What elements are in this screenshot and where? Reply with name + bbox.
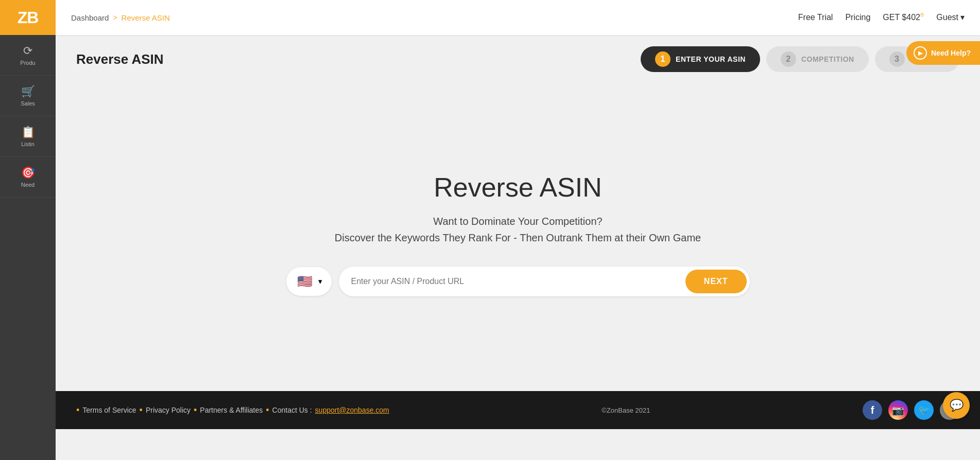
step-2-num: 2 — [781, 51, 796, 67]
sub-text: Want to Dominate Your Competition? Disco… — [335, 213, 701, 246]
next-button[interactable]: NEXT — [685, 270, 747, 293]
chevron-down-icon: ▾ — [318, 277, 322, 286]
play-icon: ▶ — [914, 46, 927, 60]
step-1[interactable]: 1 ENTER YOUR ASIN — [641, 46, 760, 72]
privacy-link[interactable]: Privacy Policy — [146, 406, 191, 414]
logo-text: ZB — [18, 8, 39, 27]
footer-dot-4: • — [266, 405, 269, 416]
main-heading: Reverse ASIN — [434, 172, 602, 203]
pricing-link[interactable]: Pricing — [845, 13, 870, 22]
main-content: Reverse ASIN 1 ENTER YOUR ASIN 2 COMPETI… — [56, 35, 980, 429]
need-help-label: Need Help? — [931, 49, 971, 57]
page-title-bar: Reverse ASIN 1 ENTER YOUR ASIN 2 COMPETI… — [56, 35, 980, 77]
get-sup: ® — [920, 12, 924, 18]
get-amount-link[interactable]: GET $402® — [883, 12, 924, 22]
footer: • Terms of Service • Privacy Policy • Pa… — [56, 391, 980, 429]
sidebar: ZB ⟳ Produ 🛒 Sales 📋 Listin 🎯 Need — [0, 0, 56, 460]
partners-link[interactable]: Partners & Affiliates — [200, 406, 263, 414]
breadcrumb: Dashboard > Reverse ASIN — [71, 13, 798, 22]
get-amount-text: GET $402 — [883, 13, 920, 22]
header-actions: Free Trial Pricing GET $402® Guest ▾ — [798, 12, 965, 22]
chat-icon: 💬 — [950, 399, 964, 412]
facebook-icon[interactable]: f — [863, 400, 882, 420]
guest-menu[interactable]: Guest ▾ — [936, 12, 965, 22]
step-2[interactable]: 2 COMPETITION — [766, 46, 869, 72]
chevron-down-icon: ▾ — [960, 12, 965, 22]
logo[interactable]: ZB — [0, 0, 56, 35]
sidebar-label-listing: Listin — [21, 141, 35, 147]
sidebar-item-products[interactable]: ⟳ Produ — [0, 35, 56, 76]
instagram-icon[interactable]: 📷 — [888, 400, 908, 420]
country-selector[interactable]: 🇺🇸 ▾ — [286, 267, 332, 296]
sidebar-label-need: Need — [21, 182, 35, 188]
twitter-icon[interactable]: 🐦 — [914, 400, 934, 420]
search-input-container: NEXT — [339, 267, 750, 296]
copyright-text: ©ZonBase 2021 — [601, 406, 650, 414]
contact-label: Contact Us : — [272, 406, 312, 414]
footer-dot-2: • — [140, 405, 143, 416]
flag-icon: 🇺🇸 — [296, 272, 314, 291]
sales-icon: 🛒 — [21, 85, 35, 98]
chat-bubble[interactable]: 💬 — [943, 392, 970, 419]
free-trial-link[interactable]: Free Trial — [798, 13, 833, 22]
sidebar-label-sales: Sales — [21, 100, 35, 107]
step-1-num: 1 — [655, 51, 670, 67]
sidebar-item-need[interactable]: 🎯 Need — [0, 157, 56, 198]
step-3-num: 3 — [889, 51, 905, 67]
search-row: 🇺🇸 ▾ NEXT — [286, 267, 750, 296]
footer-dot-1: • — [76, 405, 79, 416]
terms-link[interactable]: Terms of Service — [82, 406, 136, 414]
footer-links: • Terms of Service • Privacy Policy • Pa… — [76, 405, 389, 416]
sub-line-2: Discover the Keywords They Rank For - Th… — [335, 229, 701, 246]
guest-label: Guest — [936, 13, 958, 22]
breadcrumb-current: Reverse ASIN — [122, 13, 170, 22]
listing-icon: 📋 — [21, 126, 35, 139]
asin-search-input[interactable] — [339, 269, 682, 294]
contact-email[interactable]: support@zonbase.com — [315, 406, 389, 414]
breadcrumb-home[interactable]: Dashboard — [71, 13, 109, 22]
header: Dashboard > Reverse ASIN Free Trial Pric… — [56, 0, 980, 35]
footer-dot-3: • — [194, 405, 197, 416]
step-2-label: COMPETITION — [801, 55, 854, 63]
content-area: Reverse ASIN Want to Dominate Your Compe… — [56, 77, 980, 391]
sidebar-item-sales[interactable]: 🛒 Sales — [0, 76, 56, 116]
sidebar-item-listing[interactable]: 📋 Listin — [0, 116, 56, 157]
breadcrumb-separator: > — [113, 13, 117, 22]
need-help-button[interactable]: ▶ Need Help? — [906, 41, 980, 65]
products-icon: ⟳ — [23, 44, 32, 58]
sidebar-label-products: Produ — [20, 60, 35, 66]
need-icon: 🎯 — [21, 166, 35, 180]
page-title: Reverse ASIN — [76, 51, 164, 67]
step-1-label: ENTER YOUR ASIN — [676, 55, 746, 63]
sub-line-1: Want to Dominate Your Competition? — [335, 213, 701, 229]
